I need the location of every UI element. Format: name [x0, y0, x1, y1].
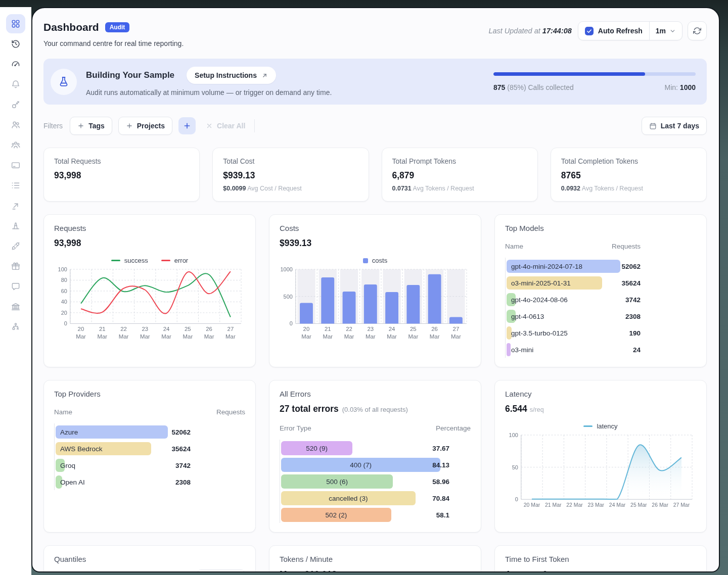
progress-bar — [493, 72, 696, 76]
svg-text:Mar: Mar — [366, 333, 376, 340]
sidebar-item-bank[interactable] — [6, 297, 25, 316]
card-value: 6.544s/req — [505, 404, 696, 414]
table-row[interactable]: Open AI2308 — [56, 473, 245, 490]
ttft-average-value: 0 — [542, 569, 548, 572]
sidebar-item-bell[interactable] — [6, 75, 25, 94]
sidebar-item-gauge[interactable] — [6, 55, 25, 74]
filters-row: Filters Tags Projects Clear All Last 7 d… — [43, 117, 707, 135]
table-row[interactable]: 400 (7)84.13 — [281, 456, 471, 473]
svg-text:20 Mar: 20 Mar — [524, 502, 540, 508]
table-row[interactable]: o3-mini24 — [507, 341, 696, 358]
latency-unit: s/req — [530, 406, 544, 413]
sidebar-item-history[interactable] — [6, 34, 25, 54]
row-value: 70.84 — [432, 494, 449, 502]
key-icon — [11, 100, 21, 110]
table-row[interactable]: gpt-3.5-turbo-0125190 — [507, 324, 696, 341]
latency-value: 6.544 — [505, 404, 527, 414]
svg-text:24 Mar: 24 Mar — [609, 502, 626, 508]
row-label: 400 (7) — [281, 461, 440, 468]
table-row[interactable]: gpt-4-06132308 — [507, 308, 696, 324]
setup-instructions-label: Setup Instructions — [195, 71, 257, 79]
row-label: o3-mini-2025-01-31 — [511, 279, 571, 286]
row-label: AWS Bedrock — [60, 445, 103, 452]
row-value: 190 — [629, 329, 641, 337]
column-name-header: Name — [54, 408, 72, 416]
table-row[interactable]: Groq3742 — [56, 457, 245, 473]
sidebar-item-grid[interactable] — [6, 14, 25, 33]
collected-pct: (85%) — [507, 83, 526, 91]
table-row[interactable]: 500 (6)58.96 — [281, 473, 471, 490]
banner-title: Building Your Sample — [86, 70, 174, 80]
sidebar-item-arrow-up-right[interactable] — [6, 196, 25, 215]
quantiles-metric-select[interactable]: Latency — [197, 569, 245, 572]
column-value-header: Percentage — [436, 424, 471, 432]
add-filter-button[interactable] — [178, 117, 196, 134]
card-title: Costs — [280, 224, 471, 232]
close-icon — [206, 122, 213, 129]
table-rows: 520 (9)37.67400 (7)84.13500 (6)58.96canc… — [280, 440, 471, 523]
svg-text:1000: 1000 — [281, 266, 293, 272]
sidebar-item-gift[interactable] — [6, 257, 25, 276]
sidebar-item-chat[interactable] — [6, 277, 25, 296]
errors-total-value: 27 total errors — [280, 404, 339, 414]
users-icon — [11, 120, 21, 130]
filters-label: Filters — [43, 122, 63, 130]
costs-chart-svg: 0500100020Mar21Mar22Mar23Mar24Mar25Mar26… — [280, 266, 471, 342]
table-row[interactable]: o3-mini-2025-01-3135624 — [507, 274, 696, 291]
arrow-up-right-icon — [11, 201, 21, 211]
table-row[interactable]: AWS Bedrock35624 — [56, 440, 245, 457]
svg-text:22: 22 — [346, 326, 352, 332]
sidebar-item-plug[interactable] — [6, 236, 25, 256]
table-row[interactable]: 520 (9)37.67 — [281, 440, 471, 456]
table-row[interactable]: gpt-4o-2024-08-063742 — [507, 291, 696, 308]
svg-text:26: 26 — [206, 326, 212, 332]
table-row[interactable]: gpt-4o-mini-2024-07-1852062 — [507, 258, 696, 274]
clear-all-button[interactable]: Clear All — [206, 122, 245, 130]
legend-label: latency — [597, 422, 617, 430]
interval-select[interactable]: 1m — [649, 22, 682, 40]
table-row[interactable]: Azure52062 — [56, 423, 245, 440]
table-row[interactable]: cancelled (3)70.84 — [281, 490, 471, 506]
sidebar-item-list[interactable] — [6, 176, 25, 195]
sidebar-item-key[interactable] — [6, 95, 25, 114]
auto-refresh-toggle[interactable]: Auto Refresh — [578, 27, 649, 35]
sidebar-item-users[interactable] — [6, 115, 25, 134]
row-value: 24 — [633, 346, 641, 353]
add-tags-button[interactable]: Tags — [70, 117, 112, 135]
projects-label: Projects — [137, 122, 165, 130]
tokens-max: Max : 210,018tokens — [280, 569, 358, 572]
sidebar-item-credit-card[interactable] — [6, 156, 25, 175]
svg-text:26: 26 — [431, 326, 438, 332]
requests-chart-svg: 02040608010020Mar21Mar22Mar23Mar24Mar25M… — [54, 266, 245, 342]
quantiles-card: Quantiles Max : 37.656s Latency — [43, 545, 256, 572]
column-value-header: Requests — [612, 243, 641, 250]
row-value: 52062 — [171, 428, 191, 436]
sidebar-item-workflow[interactable] — [6, 317, 25, 337]
clear-all-label: Clear All — [217, 122, 245, 130]
legend-label: success — [124, 257, 148, 264]
flask-icon — [58, 76, 70, 88]
auto-refresh-checkbox[interactable] — [585, 27, 594, 35]
sidebar-item-team[interactable] — [6, 135, 25, 155]
svg-text:Mar: Mar — [76, 333, 86, 340]
last-updated: Last Updated at 17:44:08 — [488, 27, 571, 35]
stat-card: Total Cost$939.13$0.0099 Avg Cost / Requ… — [212, 148, 369, 202]
refresh-button[interactable] — [688, 21, 707, 40]
setup-instructions-button[interactable]: Setup Instructions — [187, 67, 276, 84]
svg-text:Mar: Mar — [323, 333, 333, 340]
date-range-button[interactable]: Last 7 days — [642, 117, 707, 135]
table-rows: Azure52062AWS Bedrock35624Groq3742Open A… — [54, 423, 245, 490]
sidebar-item-cone[interactable] — [6, 216, 25, 235]
card-title: Time to First Token — [505, 555, 696, 563]
svg-text:0: 0 — [515, 496, 518, 502]
legend-label: costs — [372, 257, 387, 264]
table-row[interactable]: 502 (2)58.1 — [281, 506, 471, 523]
svg-text:Mar: Mar — [140, 333, 150, 340]
ttft-unit: ms — [550, 572, 559, 572]
add-projects-button[interactable]: Projects — [118, 117, 172, 135]
divider — [254, 119, 255, 132]
card-title: Latency — [505, 390, 696, 398]
legend-item: success — [111, 257, 148, 264]
tokens-max-value: 210,018 — [305, 569, 337, 572]
svg-text:21: 21 — [325, 326, 331, 332]
